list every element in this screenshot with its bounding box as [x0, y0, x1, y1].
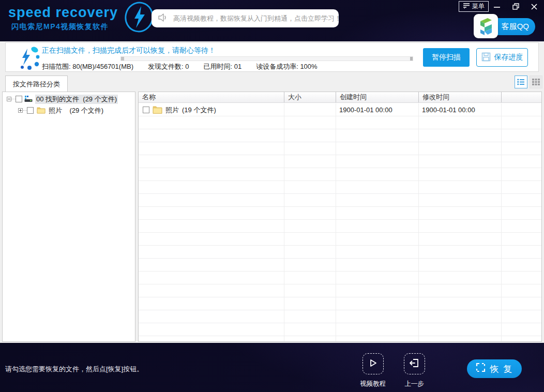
- tree-child-count: (29 个文件): [69, 107, 103, 114]
- files-found-stat: 发现文件数: 0: [148, 62, 189, 71]
- notice-banner[interactable]: 高清视频教程，数据恢复从入门到精通，点击立即学习！: [152, 9, 339, 27]
- table-header: 名称 大小 创建时间 修改时间: [139, 92, 541, 103]
- column-divider: [336, 103, 336, 341]
- scan-range-stat: 扫描范围: 80(MB)/456701(MB): [42, 62, 133, 71]
- column-divider: [501, 103, 502, 341]
- menu-button[interactable]: 菜单: [459, 1, 489, 12]
- speaker-icon: [158, 13, 168, 24]
- recover-hint-text: 请勾选您需要恢复的文件，然后点[恢复]按钮。: [5, 365, 143, 374]
- row-created-cell: 1900-01-01 00:00: [336, 106, 418, 114]
- tree-root-label[interactable]: 00 找到的文件 (29 个文件): [35, 95, 118, 104]
- row-count: (19 个文件): [182, 105, 216, 115]
- column-header-modified[interactable]: 修改时间: [418, 92, 501, 102]
- save-progress-button[interactable]: 保存进度: [476, 48, 528, 67]
- device-icon: [24, 95, 33, 104]
- grid-view-button[interactable]: [530, 76, 542, 88]
- tree-child-row[interactable]: 照片 (29 个文件): [3, 106, 135, 115]
- back-exit-icon: [409, 358, 420, 370]
- column-header-size[interactable]: 大小: [284, 92, 336, 102]
- file-tree-panel: 00 找到的文件 (29 个文件) 照片 (29 个文件): [2, 92, 135, 342]
- footer-bar: 请勾选您需要恢复的文件，然后点[恢复]按钮。 视频教程 上一步: [0, 343, 544, 392]
- column-header-created[interactable]: 创建时间: [336, 92, 418, 102]
- table-row[interactable]: 照片 (19 个文件) 1900-01-01 00:00 1900-01-01 …: [139, 103, 541, 116]
- recover-button[interactable]: 恢 复: [467, 359, 522, 378]
- column-divider: [284, 103, 284, 341]
- floppy-disk-icon: [481, 52, 491, 63]
- row-checkbox[interactable]: [143, 107, 149, 113]
- table-body: 照片 (19 个文件) 1900-01-01 00:00 1900-01-01 …: [139, 103, 541, 341]
- tree-child-name: 照片: [49, 107, 62, 114]
- column-divider: [418, 103, 419, 341]
- row-name-cell: 照片 (19 个文件): [139, 105, 284, 115]
- scanning-spinner-icon: [16, 44, 43, 73]
- row-name: 照片: [165, 105, 179, 115]
- previous-step-label: 上一步: [398, 380, 431, 388]
- header: speed recovery 闪电索尼MP4视频恢复软件 高清视频教程，数据恢复…: [0, 0, 544, 41]
- scan-status-panel: 正在扫描文件，扫描完成后才可以恢复，请耐心等待！ 扫描范围: 80(MB)/45…: [5, 42, 539, 72]
- pause-scan-button[interactable]: 暂停扫描: [423, 48, 470, 67]
- previous-step-button[interactable]: 上一步: [398, 353, 431, 388]
- tree-child-checkbox[interactable]: [27, 107, 34, 114]
- expand-icon[interactable]: [18, 108, 23, 113]
- file-table-panel: 名称 大小 创建时间 修改时间 照片: [138, 92, 542, 342]
- maximize-button[interactable]: [510, 1, 521, 12]
- tree-root-row[interactable]: 00 找到的文件 (29 个文件): [3, 95, 135, 103]
- lightning-logo-icon: [124, 1, 154, 35]
- tree-child-label[interactable]: 照片 (29 个文件): [49, 106, 103, 115]
- collapse-icon[interactable]: [7, 97, 11, 101]
- menu-icon: [463, 3, 470, 10]
- read-success-rate-stat: 读设备成功率: 100%: [256, 62, 317, 71]
- tree-connector: [23, 110, 27, 111]
- tab-classify-by-path[interactable]: 按文件路径分类: [5, 76, 68, 92]
- notice-text: 高清视频教程，数据恢复从入门到精通，点击立即学习！: [173, 14, 341, 23]
- window-controls: [491, 1, 540, 12]
- list-view-button[interactable]: [515, 76, 527, 88]
- row-modified-cell: 1900-01-01 00:00: [418, 106, 501, 114]
- tree-connector: [11, 99, 16, 99]
- app-window: speed recovery 闪电索尼MP4视频恢复软件 高清视频教程，数据恢复…: [0, 0, 544, 392]
- logo-title: speed recovery: [8, 5, 118, 20]
- recover-label: 恢 复: [490, 363, 513, 375]
- save-progress-label: 保存进度: [494, 53, 523, 62]
- column-header-empty: [501, 92, 541, 102]
- menu-label: 菜单: [472, 2, 485, 11]
- customer-service: 客服QQ: [482, 17, 535, 36]
- tree-root-name: 00 找到的文件: [36, 95, 79, 103]
- video-tutorial-button[interactable]: 视频教程: [356, 353, 389, 388]
- app-logo: speed recovery 闪电索尼MP4视频恢复软件: [8, 5, 118, 32]
- play-icon: [368, 358, 378, 370]
- folder-icon: [153, 105, 162, 115]
- column-header-name[interactable]: 名称: [139, 92, 284, 102]
- scan-progress-fill: [121, 57, 124, 61]
- close-button[interactable]: [528, 1, 540, 12]
- minimize-button[interactable]: [491, 1, 503, 12]
- brand-s-icon[interactable]: [474, 14, 498, 38]
- logo-subtitle: 闪电索尼MP4视频恢复软件: [11, 22, 118, 32]
- video-tutorial-label: 视频教程: [356, 380, 389, 388]
- qq-service-label: 客服QQ: [502, 22, 529, 32]
- recover-corners-icon: [476, 363, 486, 375]
- scan-progress-bar: [120, 56, 413, 61]
- tree-root-checkbox[interactable]: [16, 96, 22, 102]
- elapsed-time-stat: 已用时间: 01: [203, 62, 241, 71]
- scan-progress-endcap: [410, 57, 413, 61]
- tree-root-count: (29 个文件): [83, 95, 117, 103]
- scan-status-text: 正在扫描文件，扫描完成后才可以恢复，请耐心等待！: [42, 46, 216, 55]
- folder-icon: [37, 106, 46, 115]
- scan-stats-row: 扫描范围: 80(MB)/456701(MB) 发现文件数: 0 已用时间: 0…: [42, 62, 318, 71]
